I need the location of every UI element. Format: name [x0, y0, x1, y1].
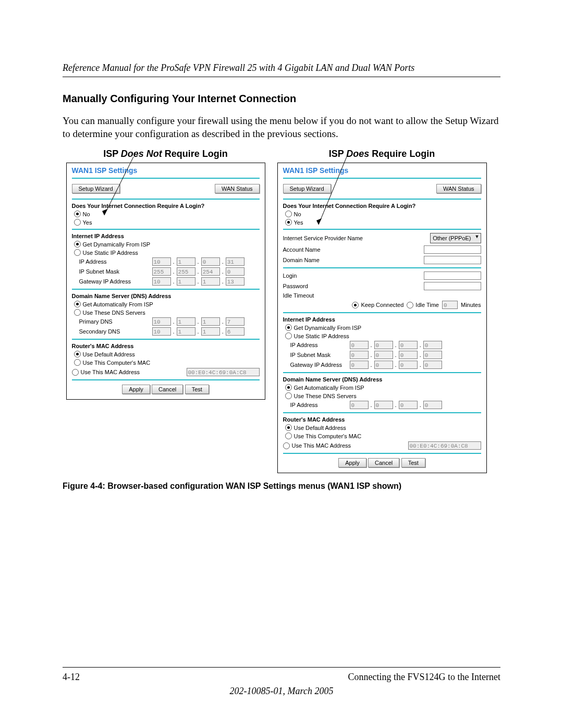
- password-input[interactable]: [424, 282, 481, 290]
- domain-name-input[interactable]: [424, 256, 481, 264]
- use-static-row[interactable]: Use Static IP Address: [74, 249, 260, 256]
- mac-header: Router's MAC Address: [72, 343, 260, 349]
- dns-auto-row[interactable]: Get Automatically From ISP: [74, 301, 260, 307]
- idle-time-row[interactable]: Idle Time: [407, 302, 439, 309]
- login-question: Does Your Internet Connection Require A …: [72, 203, 260, 209]
- cancel-button-r[interactable]: Cancel: [368, 458, 399, 467]
- login-yes-row[interactable]: Yes: [74, 219, 260, 226]
- panel-title: WAN1 ISP Settings: [72, 166, 260, 175]
- login-yes-row-r[interactable]: Yes: [285, 219, 481, 226]
- login-input[interactable]: [424, 272, 481, 280]
- panel-title-r: WAN1 ISP Settings: [283, 166, 481, 175]
- radio-yes-icon: [74, 219, 81, 226]
- mac-input-r[interactable]: 00:E0:4C:69:0A:C8: [408, 441, 481, 450]
- page-number: 4-12: [63, 672, 80, 683]
- pointer-arrow-right: [316, 157, 348, 230]
- figure-caption: Figure 4-4: Browser-based configuration …: [63, 482, 500, 491]
- internet-ip-header-r: Internet IP Address: [283, 316, 481, 323]
- footer-rule: [63, 667, 500, 668]
- login-question-r: Does Your Internet Connection Require A …: [283, 203, 481, 209]
- mac-default-row[interactable]: Use Default Address: [74, 351, 260, 357]
- subnet-label: IP Subnet Mask: [79, 268, 150, 275]
- dns-header-r: Domain Name Server (DNS) Address: [283, 376, 481, 382]
- intro-paragraph: You can manually configure your firewall…: [63, 115, 500, 140]
- dns-header: Domain Name Server (DNS) Address: [72, 293, 260, 299]
- left-panel: WAN1 ISP Settings Setup Wizard WAN Statu…: [66, 163, 265, 400]
- doc-date: 202-10085-01, March 2005: [63, 686, 500, 697]
- login-no-row[interactable]: No: [74, 211, 260, 217]
- dns-manual-row[interactable]: Use These DNS Servers: [74, 309, 260, 316]
- test-button[interactable]: Test: [185, 385, 209, 394]
- get-dyn-row[interactable]: Get Dynamically From ISP: [74, 241, 260, 248]
- apply-button-r[interactable]: Apply: [338, 458, 366, 467]
- section-heading: Manually Configuring Your Internet Conne…: [63, 93, 500, 105]
- account-name-label: Account Name: [283, 246, 321, 253]
- ip-address-label: IP Address: [79, 258, 150, 265]
- internet-ip-header: Internet IP Address: [72, 233, 260, 239]
- account-name-input[interactable]: [424, 245, 481, 254]
- idle-minutes-input[interactable]: 0: [442, 301, 458, 309]
- gateway-label: Gateway IP Address: [79, 278, 150, 285]
- ip3[interactable]: 0: [201, 257, 220, 266]
- minutes-label: Minutes: [461, 302, 481, 308]
- test-button-r[interactable]: Test: [401, 458, 425, 467]
- domain-name-label: Domain Name: [283, 257, 320, 263]
- isp-name-label: Internet Service Provider Name: [283, 235, 363, 241]
- wan-status-button-r[interactable]: WAN Status: [436, 184, 481, 193]
- keep-connected-row[interactable]: Keep Connected: [352, 302, 403, 309]
- chapter-name: Connecting the FVS124G to the Internet: [348, 672, 500, 683]
- pointer-arrow-left: [103, 157, 134, 219]
- header-rule: [63, 77, 500, 77]
- login-label: Login: [283, 273, 297, 279]
- isp-select[interactable]: Other (PPPoE): [430, 233, 481, 243]
- idle-timeout-label: Idle Timeout: [283, 292, 314, 299]
- cancel-button[interactable]: Cancel: [152, 385, 183, 394]
- primary-dns-label: Primary DNS: [79, 318, 150, 325]
- login-no-row-r[interactable]: No: [285, 211, 481, 217]
- ip1[interactable]: 10: [152, 257, 171, 266]
- wan-status-button[interactable]: WAN Status: [215, 184, 260, 193]
- svg-line-2: [319, 157, 347, 225]
- mac-comp-row[interactable]: Use This Computer's MAC: [74, 359, 260, 366]
- ip2[interactable]: 1: [177, 257, 195, 266]
- radio-no-icon: [74, 211, 81, 217]
- mac-input[interactable]: 00:E0:4C:69:0A:C8: [187, 368, 260, 376]
- secondary-dns-label: Secondary DNS: [79, 328, 150, 335]
- ip4[interactable]: 31: [226, 257, 244, 266]
- right-panel: WAN1 ISP Settings Setup Wizard WAN Statu…: [277, 163, 487, 473]
- mac-header-r: Router's MAC Address: [283, 416, 481, 423]
- apply-button[interactable]: Apply: [122, 385, 150, 394]
- mac-this-row[interactable]: Use This MAC Address: [72, 369, 140, 376]
- password-label: Password: [283, 283, 308, 289]
- page-header: Reference Manual for the ProSafe VPN Fir…: [63, 63, 500, 73]
- svg-line-0: [104, 157, 133, 215]
